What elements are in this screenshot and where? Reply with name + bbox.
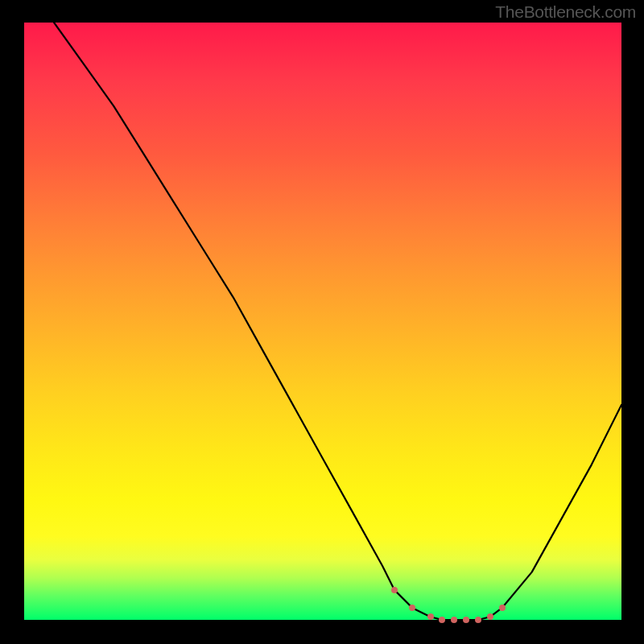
attribution-text: TheBottleneck.com	[495, 2, 636, 22]
plot-area	[24, 23, 621, 620]
curve-line	[24, 23, 621, 620]
chart-frame: TheBottleneck.com	[0, 0, 644, 644]
